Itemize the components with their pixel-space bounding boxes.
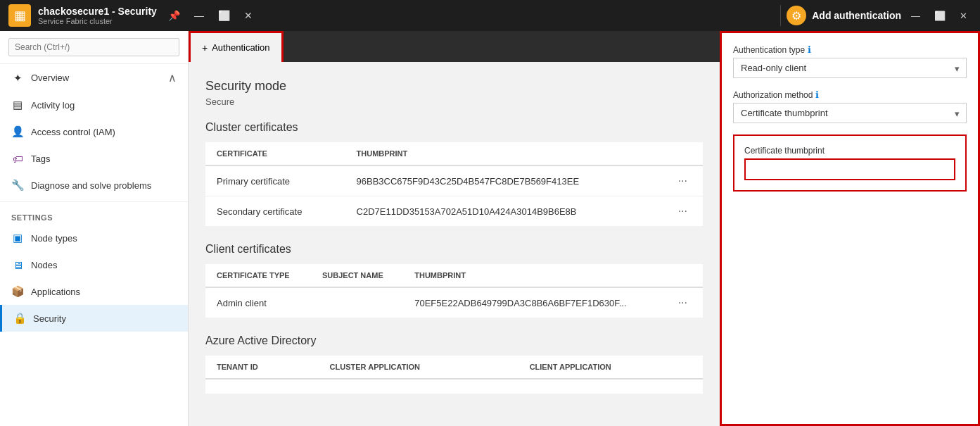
auth-type-label-row: Authentication type ℹ bbox=[733, 44, 967, 55]
row-menu-button[interactable]: ··· bbox=[674, 203, 692, 219]
table-row bbox=[205, 379, 703, 394]
maximize-button[interactable]: ⬜ bbox=[214, 8, 234, 23]
aad-col-client-app: CLIENT APPLICATION bbox=[518, 356, 703, 379]
client-certs-title: Client certificates bbox=[205, 243, 703, 256]
minimize-button[interactable]: — bbox=[190, 8, 208, 23]
window-controls-right[interactable]: — ⬜ ✕ bbox=[907, 9, 972, 23]
tab-bar: + Authentication bbox=[189, 31, 720, 62]
sidebar-item-diagnose[interactable]: 🔧 Diagnose and solve problems bbox=[0, 172, 188, 199]
auth-method-select-wrapper[interactable]: Certificate thumbprint Subject name bbox=[733, 103, 967, 123]
auth-method-label-row: Authorization method ℹ bbox=[733, 89, 967, 100]
client-col-thumbprint: THUMBPRINT bbox=[403, 264, 662, 287]
security-mode-value: Secure bbox=[205, 96, 703, 107]
cert-name: Secondary certificate bbox=[205, 196, 345, 227]
title-bar-right: ⚙ Add authentication — ⬜ ✕ bbox=[787, 6, 972, 25]
client-cert-type: Admin client bbox=[205, 287, 311, 318]
maximize-right-button[interactable]: ⬜ bbox=[930, 9, 950, 23]
title-bar-separator bbox=[780, 5, 781, 26]
aad-table: TENANT ID CLUSTER APPLICATION CLIENT APP… bbox=[205, 356, 703, 394]
auth-method-info-icon[interactable]: ℹ bbox=[815, 89, 819, 100]
title-bar: ▦ chackosecure1 - Security Service Fabri… bbox=[0, 0, 980, 31]
right-panel: Authentication type ℹ Read-only client A… bbox=[720, 31, 980, 426]
table-row: Primary certificate 96BB3CC675F9D43C25D4… bbox=[205, 165, 703, 196]
sidebar-item-node-types[interactable]: ▣ Node types bbox=[0, 225, 188, 251]
sidebar-item-applications[interactable]: 📦 Applications bbox=[0, 278, 188, 305]
search-input[interactable] bbox=[8, 38, 179, 56]
auth-type-select-wrapper[interactable]: Read-only client Admin client bbox=[733, 58, 967, 78]
aad-title: Azure Active Directory bbox=[205, 334, 703, 347]
main-layout: ✦ Overview ∧ ▤ Activity log 👤 Access con… bbox=[0, 31, 980, 426]
sidebar-nav: ✦ Overview ∧ ▤ Activity log 👤 Access con… bbox=[0, 64, 188, 426]
sidebar-item-tags[interactable]: 🏷 Tags bbox=[0, 145, 188, 172]
add-tab-icon: + bbox=[202, 42, 208, 54]
auth-type-select[interactable]: Read-only client Admin client bbox=[733, 58, 967, 78]
cluster-certs-title: Cluster certificates bbox=[205, 121, 703, 134]
cert-thumbprint: C2D7E11DD35153A702A51D10A424A3014B9B6E8B bbox=[345, 196, 663, 227]
cluster-col-thumbprint: THUMBPRINT bbox=[345, 142, 663, 165]
activity-log-icon: ▤ bbox=[11, 99, 24, 111]
sidebar-item-label: Security bbox=[33, 313, 66, 324]
settings-section-header: SETTINGS bbox=[0, 205, 188, 225]
client-cert-thumbprint: 70EF5E22ADB649799DA3C8B6A6BF7EF1D630F... bbox=[403, 287, 662, 318]
client-cert-subject bbox=[311, 287, 403, 318]
aad-col-cluster-app: CLUSTER APPLICATION bbox=[319, 356, 518, 379]
aad-section: Azure Active Directory TENANT ID CLUSTER… bbox=[205, 334, 703, 394]
row-menu-button[interactable]: ··· bbox=[674, 295, 692, 311]
sidebar-item-security[interactable]: 🔒 Security bbox=[0, 305, 188, 332]
chevron-up-icon[interactable]: ∧ bbox=[168, 71, 177, 84]
sidebar-item-activity-log[interactable]: ▤ Activity log bbox=[0, 92, 188, 118]
cluster-certs-table: CERTIFICATE THUMBPRINT Primary certifica… bbox=[205, 142, 703, 226]
sidebar-item-label: Applications bbox=[31, 287, 80, 297]
row-menu-button[interactable]: ··· bbox=[674, 173, 692, 189]
minimize-right-button[interactable]: — bbox=[907, 9, 924, 23]
pin-button[interactable]: 📌 bbox=[164, 8, 184, 23]
sidebar-divider bbox=[0, 201, 188, 202]
tags-icon: 🏷 bbox=[11, 152, 24, 165]
auth-method-select[interactable]: Certificate thumbprint Subject name bbox=[733, 103, 967, 123]
auth-type-label: Authentication type bbox=[733, 45, 805, 55]
auth-method-group: Authorization method ℹ Certificate thumb… bbox=[733, 89, 967, 123]
add-auth-icon: ⚙ bbox=[787, 6, 806, 25]
cert-thumbprint-group: Certificate thumbprint bbox=[733, 134, 967, 192]
cert-name: Primary certificate bbox=[205, 165, 345, 196]
auth-type-group: Authentication type ℹ Read-only client A… bbox=[733, 44, 967, 78]
add-auth-title: Add authentication bbox=[812, 10, 901, 21]
security-icon: 🔒 bbox=[13, 312, 26, 325]
close-right-button[interactable]: ✕ bbox=[955, 9, 972, 23]
auth-type-info-icon[interactable]: ℹ bbox=[808, 44, 811, 55]
nodes-icon: 🖥 bbox=[11, 258, 24, 271]
window-subtitle: Service Fabric cluster bbox=[38, 17, 157, 25]
app-icon: ▦ bbox=[8, 4, 31, 27]
sidebar-item-label: Activity log bbox=[31, 100, 75, 111]
applications-icon: 📦 bbox=[11, 285, 24, 298]
diagnose-icon: 🔧 bbox=[11, 179, 24, 192]
tab-authentication[interactable]: + Authentication bbox=[189, 31, 284, 62]
content-area: + Authentication Security mode Secure Cl… bbox=[189, 31, 720, 426]
window-controls-left[interactable]: 📌 — ⬜ ✕ bbox=[164, 8, 257, 23]
client-col-type: CERTIFICATE TYPE bbox=[205, 264, 311, 287]
cluster-col-cert: CERTIFICATE bbox=[205, 142, 345, 165]
sidebar-item-label: Access control (IAM) bbox=[31, 127, 115, 137]
title-bar-text: chackosecure1 - Security Service Fabric … bbox=[38, 6, 157, 25]
client-col-subject: SUBJECT NAME bbox=[311, 264, 403, 287]
cert-thumbprint-input[interactable] bbox=[744, 158, 955, 180]
title-bar-left: ▦ chackosecure1 - Security Service Fabri… bbox=[8, 4, 775, 27]
close-button[interactable]: ✕ bbox=[240, 8, 257, 23]
window-title: chackosecure1 - Security bbox=[38, 6, 157, 17]
sidebar-search-container[interactable] bbox=[0, 31, 188, 64]
aad-col-tenant: TENANT ID bbox=[205, 356, 319, 379]
auth-method-label: Authorization method bbox=[733, 90, 813, 100]
sidebar-item-nodes[interactable]: 🖥 Nodes bbox=[0, 251, 188, 278]
sidebar-item-label: Tags bbox=[31, 154, 50, 164]
sidebar-item-overview[interactable]: ✦ Overview ∧ bbox=[0, 64, 188, 92]
overview-icon: ✦ bbox=[11, 72, 24, 84]
access-control-icon: 👤 bbox=[11, 125, 24, 138]
sidebar-item-label: Overview bbox=[31, 73, 69, 83]
cert-thumbprint-label: Certificate thumbprint bbox=[744, 146, 955, 156]
cert-thumbprint: 96BB3CC675F9D43C25D4B547FC8DE7B569F413EE bbox=[345, 165, 663, 196]
node-types-icon: ▣ bbox=[11, 232, 24, 244]
sidebar-item-label: Node types bbox=[31, 233, 77, 244]
table-row: Secondary certificate C2D7E11DD35153A702… bbox=[205, 196, 703, 227]
table-row: Admin client 70EF5E22ADB649799DA3C8B6A6B… bbox=[205, 287, 703, 318]
sidebar-item-access-control[interactable]: 👤 Access control (IAM) bbox=[0, 118, 188, 145]
